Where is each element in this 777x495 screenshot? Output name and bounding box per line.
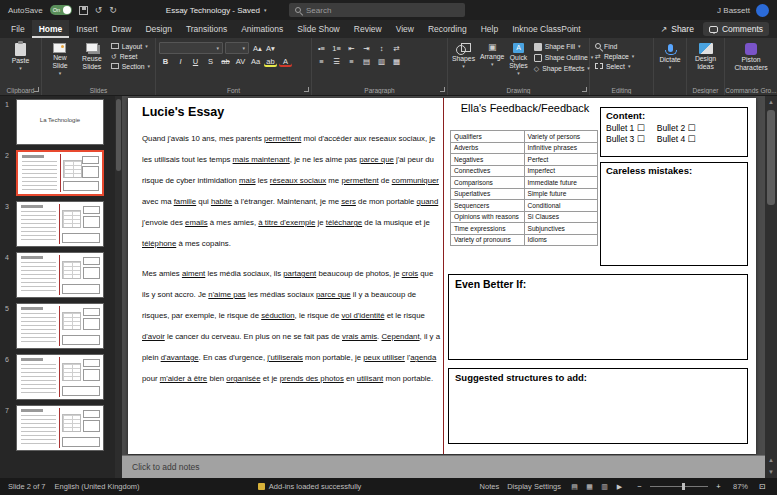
- character-spacing-button[interactable]: AV: [234, 55, 247, 67]
- piston-characters-button[interactable]: Piston Characters: [728, 41, 774, 74]
- user-name[interactable]: J Bassett: [717, 6, 750, 15]
- align-center-button[interactable]: ☰: [330, 55, 343, 67]
- justify-button[interactable]: ▤: [360, 55, 373, 67]
- display-settings-button[interactable]: Display Settings: [507, 482, 561, 491]
- vertical-scrollbar[interactable]: ▲ ▲ ▼: [765, 96, 777, 478]
- tab-animations[interactable]: Animations: [234, 20, 290, 38]
- feedback-table[interactable]: QualifiersVariety of personsAdverbsInfin…: [450, 130, 598, 246]
- dialog-launcher-icon[interactable]: [582, 87, 587, 92]
- shapes-button[interactable]: Shapes▾: [451, 41, 476, 78]
- redo-icon[interactable]: ↻: [109, 6, 117, 15]
- shape-effects-button[interactable]: ◇Shape Effects▾: [532, 63, 596, 73]
- indent-decrease-button[interactable]: ⇤: [345, 42, 358, 54]
- tab-design[interactable]: Design: [138, 20, 178, 38]
- feedback-table-cell[interactable]: Sequencers: [451, 200, 525, 212]
- notes-pane[interactable]: Click to add notes: [122, 455, 765, 478]
- checkbox-icon[interactable]: ☐: [637, 134, 645, 144]
- scroll-up-icon[interactable]: ▲: [765, 96, 777, 108]
- feedback-table-cell[interactable]: Connectives: [451, 165, 525, 177]
- zoom-slider[interactable]: [650, 486, 708, 487]
- select-button[interactable]: Select▾: [593, 61, 650, 71]
- zoom-in-button[interactable]: +: [712, 481, 725, 493]
- language-status[interactable]: English (United Kingdom): [55, 482, 140, 491]
- feedback-table-cell[interactable]: Perfect: [524, 154, 598, 166]
- checkbox-icon[interactable]: ☐: [688, 134, 696, 144]
- layout-button[interactable]: Layout▾: [109, 41, 152, 51]
- slide-thumbnail-3[interactable]: 3: [0, 198, 122, 249]
- italic-button[interactable]: I: [174, 55, 187, 67]
- highlight-color-button[interactable]: ab: [264, 55, 277, 67]
- search-input[interactable]: Search: [289, 3, 465, 17]
- comments-button[interactable]: Comments: [703, 22, 769, 36]
- tab-draw[interactable]: Draw: [105, 20, 139, 38]
- feedback-table-cell[interactable]: Idioms: [524, 234, 598, 246]
- feedback-table-cell[interactable]: Immediate future: [524, 177, 598, 189]
- normal-view-button[interactable]: ▤: [569, 481, 580, 492]
- reading-view-button[interactable]: ▥: [599, 481, 610, 492]
- change-case-button[interactable]: Aa: [249, 55, 262, 67]
- feedback-title[interactable]: Ella's Feedback/Feedback: [450, 102, 600, 114]
- feedback-table-cell[interactable]: Adverbs: [451, 142, 525, 154]
- feedback-table-cell[interactable]: Subjunctives: [524, 223, 598, 235]
- zoom-level[interactable]: 87%: [733, 482, 748, 491]
- zoom-out-button[interactable]: −: [633, 481, 646, 493]
- dialog-launcher-icon[interactable]: [304, 87, 309, 92]
- slideshow-view-button[interactable]: ▶: [614, 481, 625, 492]
- columns-button[interactable]: ▥: [375, 55, 388, 67]
- section-button[interactable]: Section▾: [109, 61, 152, 71]
- bullets-button[interactable]: •≡: [315, 42, 328, 54]
- tab-transitions[interactable]: Transitions: [179, 20, 234, 38]
- feedback-table-cell[interactable]: Si Clauses: [524, 211, 598, 223]
- feedback-table-cell[interactable]: Qualifiers: [451, 131, 525, 143]
- shadow-button[interactable]: S: [204, 55, 217, 67]
- dictate-button[interactable]: Dictate▾: [657, 41, 683, 72]
- font-name-select[interactable]: ▾: [159, 42, 223, 54]
- reset-button[interactable]: ↺Reset: [109, 51, 152, 61]
- align-left-button[interactable]: ≡: [315, 55, 328, 67]
- document-title[interactable]: Essay Technology - Saved▾: [166, 6, 267, 15]
- dialog-launcher-icon[interactable]: [34, 87, 39, 92]
- feedback-table-cell[interactable]: Conditional: [524, 200, 598, 212]
- scrollbar-thumb[interactable]: [767, 110, 775, 205]
- essay-title[interactable]: Lucie's Essay: [142, 105, 224, 119]
- suggested-structures-box[interactable]: Suggested structures to add:: [448, 368, 748, 444]
- careless-mistakes-box[interactable]: Careless mistakes:: [600, 162, 748, 266]
- tab-insert[interactable]: Insert: [69, 20, 104, 38]
- slide-thumbnail-6[interactable]: 6: [0, 351, 122, 402]
- fit-to-window-icon[interactable]: ⊡: [756, 481, 769, 493]
- numbering-button[interactable]: 1≡: [330, 42, 343, 54]
- feedback-table-cell[interactable]: Comparisons: [451, 177, 525, 189]
- replace-button[interactable]: ⇄Replace▾: [593, 51, 650, 61]
- slide-thumbnail-2[interactable]: 2: [0, 147, 122, 198]
- tab-recording[interactable]: Recording: [421, 20, 474, 38]
- thumbnail-scrollbar[interactable]: [115, 96, 122, 478]
- reuse-slides-button[interactable]: Reuse Slides: [77, 41, 107, 78]
- zoom-slider-thumb[interactable]: [682, 483, 685, 490]
- save-icon[interactable]: [79, 6, 88, 15]
- line-spacing-button[interactable]: ↕: [375, 42, 388, 54]
- arrange-button[interactable]: ▣Arrange▾: [479, 41, 505, 78]
- slide-thumbnail-1[interactable]: 1La Technologie: [0, 96, 122, 147]
- notes-toggle-button[interactable]: Notes: [480, 482, 500, 491]
- bold-button[interactable]: B: [159, 55, 172, 67]
- autosave-toggle[interactable]: On: [50, 5, 72, 15]
- feedback-table-cell[interactable]: Negatives: [451, 154, 525, 166]
- indent-increase-button[interactable]: ⇥: [360, 42, 373, 54]
- new-slide-button[interactable]: New Slide▾: [45, 41, 75, 78]
- font-color-button[interactable]: A: [279, 55, 292, 67]
- content-box[interactable]: Content: Bullet 1 ☐Bullet 2 ☐Bullet 3 ☐B…: [600, 107, 748, 157]
- previous-slide-button[interactable]: ▲: [765, 454, 777, 466]
- text-direction-button[interactable]: ⇄: [390, 42, 403, 54]
- font-size-select[interactable]: ▾: [225, 42, 249, 54]
- grow-font-button[interactable]: A▴: [251, 42, 264, 54]
- slide-thumbnail-7[interactable]: 7: [0, 402, 122, 453]
- feedback-table-cell[interactable]: Superlatives: [451, 188, 525, 200]
- tab-file[interactable]: File: [4, 20, 32, 38]
- feedback-table-cell[interactable]: Imperfect: [524, 165, 598, 177]
- tab-review[interactable]: Review: [347, 20, 389, 38]
- design-ideas-button[interactable]: Design Ideas: [690, 41, 721, 73]
- slide-sorter-view-button[interactable]: ▦: [584, 481, 595, 492]
- undo-icon[interactable]: ↺: [95, 6, 103, 15]
- feedback-table-cell[interactable]: Simple future: [524, 188, 598, 200]
- feedback-table-cell[interactable]: Time expressions: [451, 223, 525, 235]
